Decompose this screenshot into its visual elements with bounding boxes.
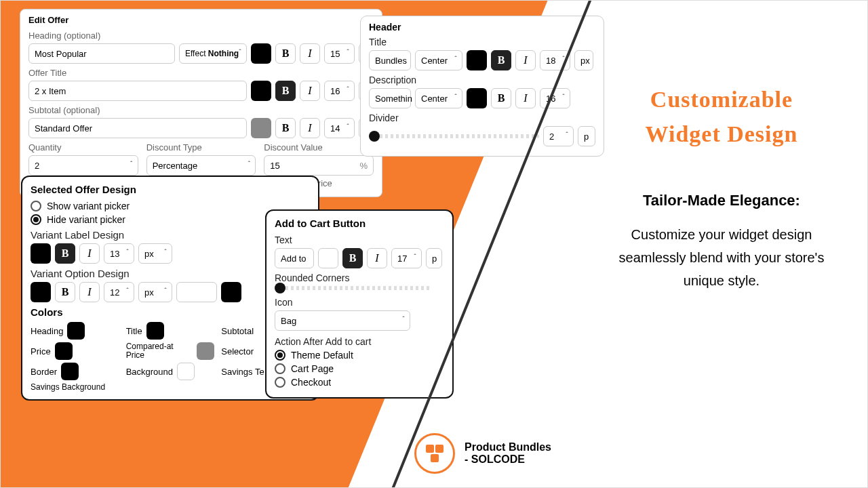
- subheadline: Tailor-Made Elegance:: [603, 192, 840, 209]
- header-desc-input[interactable]: Somethin: [369, 88, 411, 108]
- brand-logo-icon: [414, 433, 455, 474]
- heading-color-swatch[interactable]: [251, 43, 271, 64]
- divider-value[interactable]: 2: [543, 126, 574, 146]
- variant-option-size[interactable]: 12: [104, 282, 134, 302]
- headline: CustomizableWidget Design: [603, 82, 840, 151]
- bold-button[interactable]: B: [55, 243, 75, 264]
- italic-button[interactable]: I: [300, 43, 320, 64]
- variant-label-unit[interactable]: px: [138, 243, 172, 264]
- italic-button[interactable]: I: [367, 248, 387, 268]
- offer-title-size-input[interactable]: 16: [324, 81, 355, 101]
- atc-text-swatch[interactable]: [318, 248, 338, 268]
- discount-type-label: Discount Type: [146, 142, 256, 152]
- edit-offer-panel: × Edit Offer Heading (optional) Most Pop…: [20, 9, 382, 197]
- variant-option-unit[interactable]: px: [138, 282, 172, 302]
- color-swatch-background[interactable]: [177, 363, 195, 380]
- rounded-slider[interactable]: [275, 286, 431, 290]
- italic-button[interactable]: I: [300, 118, 320, 138]
- qty-input[interactable]: 2: [28, 155, 138, 176]
- variant-option-extra[interactable]: [176, 282, 217, 302]
- panel-title: Add to Cart Button: [275, 218, 444, 229]
- header-desc-size[interactable]: 16: [540, 88, 570, 108]
- icon-label: Icon: [275, 297, 444, 308]
- header-desc-align[interactable]: Center: [415, 88, 462, 108]
- discount-type-select[interactable]: Percentage: [146, 155, 256, 176]
- subtotal-label: Subtotal (optional): [28, 105, 374, 115]
- offer-title-input[interactable]: 2 x Item: [28, 81, 247, 101]
- italic-button[interactable]: I: [515, 88, 536, 108]
- italic-button[interactable]: I: [79, 243, 100, 264]
- header-desc-swatch[interactable]: [467, 88, 487, 108]
- color-label-background: Background: [126, 367, 173, 377]
- title-label: Title: [369, 37, 595, 47]
- italic-button[interactable]: I: [79, 282, 100, 302]
- color-swatch-price[interactable]: [55, 342, 73, 360]
- atc-text-unit[interactable]: p: [426, 248, 442, 268]
- bold-button[interactable]: B: [275, 43, 296, 64]
- bold-button[interactable]: B: [342, 248, 363, 268]
- bold-button[interactable]: B: [491, 88, 511, 108]
- bold-button[interactable]: B: [55, 282, 75, 302]
- brand-text: Product Bundles- SOLCODE: [465, 441, 551, 466]
- rounded-label: Rounded Corners: [275, 272, 444, 283]
- header-title-align[interactable]: Center: [415, 50, 462, 70]
- color-swatch-heading[interactable]: [67, 322, 85, 340]
- radio-cart-page[interactable]: Cart Page: [275, 363, 444, 374]
- color-label-title: Title: [126, 326, 142, 336]
- icon-select[interactable]: Bag: [275, 310, 410, 331]
- divider-slider[interactable]: [369, 134, 539, 138]
- header-panel: Header Title Bundles Center B I 18 px De…: [360, 16, 604, 157]
- brand-block: Product Bundles- SOLCODE: [414, 433, 551, 474]
- subtotal-size-input[interactable]: 14: [324, 118, 355, 138]
- bold-button[interactable]: B: [275, 118, 296, 138]
- text-label: Text: [275, 235, 444, 245]
- variant-option-swatch[interactable]: [31, 282, 51, 302]
- radio-theme-default[interactable]: Theme Default: [275, 350, 444, 361]
- italic-button[interactable]: I: [300, 81, 320, 101]
- offer-title-label: Offer Title: [28, 68, 374, 78]
- color-swatch-title[interactable]: [146, 322, 164, 340]
- variant-option-swatch2[interactable]: [221, 282, 241, 302]
- color-swatch-border[interactable]: [61, 363, 79, 380]
- discount-value-label: Discount Value: [264, 142, 374, 152]
- divider-unit[interactable]: p: [578, 126, 595, 146]
- radio-show-variant[interactable]: Show variant picker: [31, 201, 310, 211]
- color-label-price: Price: [31, 346, 51, 357]
- offer-title-color-swatch[interactable]: [251, 81, 271, 101]
- header-title-swatch[interactable]: [467, 50, 487, 70]
- header-title-unit[interactable]: px: [574, 50, 593, 70]
- svg-rect-1: [435, 445, 443, 453]
- divider-label: Divider: [369, 113, 595, 123]
- marketing-copy: CustomizableWidget Design Tailor-Made El…: [603, 82, 840, 292]
- italic-button[interactable]: I: [515, 50, 536, 70]
- color-label-savings-bg: Savings Background: [31, 383, 105, 392]
- effect-select[interactable]: Effect Nothing: [179, 43, 247, 64]
- bold-button[interactable]: B: [491, 50, 511, 70]
- subtotal-color-swatch[interactable]: [251, 118, 271, 138]
- panel-title: Header: [369, 22, 595, 33]
- atc-text-size[interactable]: 17: [391, 248, 422, 268]
- desc-label: Description: [369, 75, 595, 85]
- variant-label-swatch[interactable]: [31, 243, 51, 264]
- color-label-selector: Selector: [221, 346, 254, 357]
- discount-value-input[interactable]: 15%: [264, 155, 374, 176]
- qty-label: Quantity: [28, 142, 138, 152]
- radio-checkout[interactable]: Checkout: [275, 377, 444, 388]
- color-swatch-compared[interactable]: [197, 342, 214, 360]
- action-label: Action After Add to cart: [275, 336, 444, 347]
- subtotal-input[interactable]: Standard Offer: [28, 118, 247, 138]
- heading-input[interactable]: Most Popular: [28, 43, 175, 64]
- color-label-savings-text: Savings Te: [221, 367, 264, 377]
- bold-button[interactable]: B: [275, 81, 296, 101]
- color-label-subtotal: Subtotal: [221, 326, 254, 336]
- color-label-border: Border: [31, 367, 57, 377]
- header-title-input[interactable]: Bundles: [369, 50, 411, 70]
- color-label-compared: Compared-at Price: [126, 342, 193, 360]
- panel-title: Edit Offer: [28, 15, 374, 25]
- heading-size-input[interactable]: 15: [324, 43, 355, 64]
- svg-rect-2: [431, 454, 439, 462]
- atc-text-input[interactable]: Add to: [275, 248, 314, 268]
- variant-label-size[interactable]: 13: [104, 243, 134, 264]
- add-to-cart-panel: Add to Cart Button Text Add to B I 17 p …: [265, 209, 454, 399]
- color-label-heading: Heading: [31, 326, 63, 336]
